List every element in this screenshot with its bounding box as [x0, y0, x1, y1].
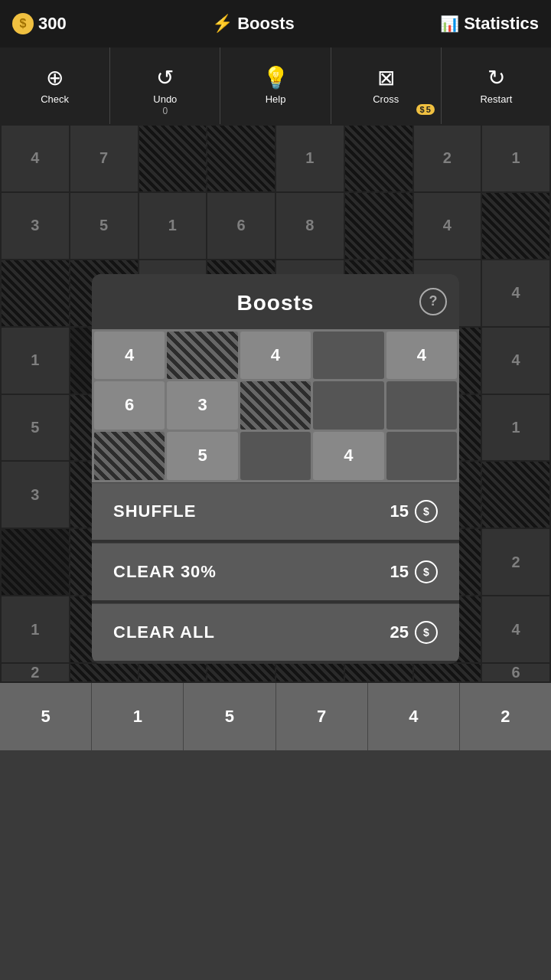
- shuffle-coin-icon: $: [415, 500, 438, 523]
- shuffle-cost-value: 15: [390, 501, 409, 521]
- help-button[interactable]: 💡 Help: [220, 47, 331, 124]
- preview-grid: 4 4 4 6 3 5 4: [92, 329, 459, 482]
- preview-cell: [386, 432, 457, 480]
- shuffle-cost: 15 $: [390, 500, 438, 523]
- bottom-cell[interactable]: 7: [276, 683, 368, 750]
- cross-cost-value: 5: [426, 105, 431, 114]
- preview-cell: [313, 381, 383, 430]
- boosts-button[interactable]: ⚡ Boosts: [212, 14, 295, 34]
- preview-cell: [167, 332, 237, 380]
- bottom-cell[interactable]: 4: [368, 683, 460, 750]
- modal-preview: 4 4 4 6 3 5 4: [92, 329, 459, 482]
- clear30-boost-button[interactable]: CLEAR 30% 15 $: [92, 543, 459, 600]
- help-label: Help: [266, 93, 286, 105]
- check-plus-icon: ⊕: [46, 67, 64, 89]
- clear30-label: CLEAR 30%: [113, 562, 217, 582]
- preview-cell: 4: [313, 432, 383, 480]
- cross-button[interactable]: ⊠ Cross $ 5: [331, 47, 442, 124]
- bottom-cell[interactable]: 2: [460, 683, 551, 750]
- cross-label: Cross: [373, 93, 399, 105]
- cross-x-icon: ⊠: [377, 67, 395, 89]
- shuffle-label: SHUFFLE: [113, 501, 196, 521]
- shuffle-boost-button[interactable]: SHUFFLE 15 $: [92, 482, 459, 540]
- preview-cell: [240, 381, 311, 430]
- preview-cell: [386, 381, 457, 430]
- boosts-modal: Boosts ? 4 4 4 6 3: [92, 274, 459, 664]
- preview-cell: 3: [167, 381, 237, 430]
- undo-count: 0: [162, 106, 168, 116]
- boosts-label: Boosts: [237, 14, 295, 34]
- toolbar: ⊕ Check ↺ Undo 0 💡 Help ⊠ Cross $ 5 ↻ Re…: [0, 47, 551, 124]
- preview-cell: 4: [386, 332, 457, 380]
- bottom-area: [0, 750, 551, 980]
- statistics-button[interactable]: 📊 Statistics: [440, 14, 539, 34]
- bottom-cell[interactable]: 1: [92, 683, 184, 750]
- check-label: Check: [41, 93, 69, 105]
- bottom-cell[interactable]: 5: [0, 683, 92, 750]
- statistics-label: Statistics: [464, 14, 539, 34]
- top-bar: $ 300 ⚡ Boosts 📊 Statistics: [0, 0, 551, 47]
- game-area: 4 7 1 2 1 3 5 1 6 8 4 5 4 2 4 1 1 5 1 4: [0, 124, 551, 683]
- clear-all-label: CLEAR ALL: [113, 622, 215, 642]
- help-question-icon: ?: [429, 293, 438, 309]
- restart-label: Restart: [480, 93, 512, 105]
- clear-all-boost-button[interactable]: CLEAR ALL 25 $: [92, 603, 459, 661]
- preview-cell: [240, 432, 311, 480]
- undo-button[interactable]: ↺ Undo 0: [110, 47, 220, 124]
- preview-cell: 5: [167, 432, 237, 480]
- restart-icon: ↻: [487, 67, 505, 89]
- help-bulb-icon: 💡: [262, 67, 289, 89]
- restart-button[interactable]: ↻ Restart: [442, 47, 551, 124]
- preview-cell: 4: [94, 332, 165, 380]
- preview-cell: 6: [94, 381, 165, 430]
- undo-icon: ↺: [156, 67, 174, 89]
- clear30-cost: 15 $: [390, 560, 438, 583]
- check-button[interactable]: ⊕ Check: [0, 47, 110, 124]
- clear-all-cost: 25 $: [390, 621, 438, 644]
- clear30-coin-icon: $: [415, 560, 438, 583]
- boost-items-list: SHUFFLE 15 $ CLEAR 30% 15 $ CLEAR ALL: [92, 482, 459, 661]
- cross-cost-badge: $ 5: [416, 104, 435, 115]
- boost-lightning-icon: ⚡: [212, 14, 233, 34]
- clear30-cost-value: 15: [390, 562, 409, 582]
- undo-label: Undo: [153, 93, 177, 105]
- modal-help-button[interactable]: ?: [419, 288, 447, 315]
- modal-title: Boosts: [237, 291, 315, 315]
- clear-all-cost-value: 25: [390, 622, 409, 642]
- modal-header: Boosts ?: [92, 274, 459, 329]
- coin-amount: 300: [38, 14, 67, 34]
- coin-balance: $ 300: [12, 13, 67, 34]
- stats-bar-icon: 📊: [440, 15, 459, 33]
- preview-cell: 4: [240, 332, 311, 380]
- bottom-game-row: 5 1 5 7 4 2: [0, 683, 551, 750]
- preview-cell: [313, 332, 383, 380]
- preview-cell: [94, 432, 165, 480]
- cross-cost-icon: $: [420, 105, 425, 114]
- coin-icon: $: [12, 13, 34, 34]
- modal-overlay[interactable]: Boosts ? 4 4 4 6 3: [0, 124, 551, 683]
- clear-all-coin-icon: $: [415, 621, 438, 644]
- bottom-cell[interactable]: 5: [184, 683, 276, 750]
